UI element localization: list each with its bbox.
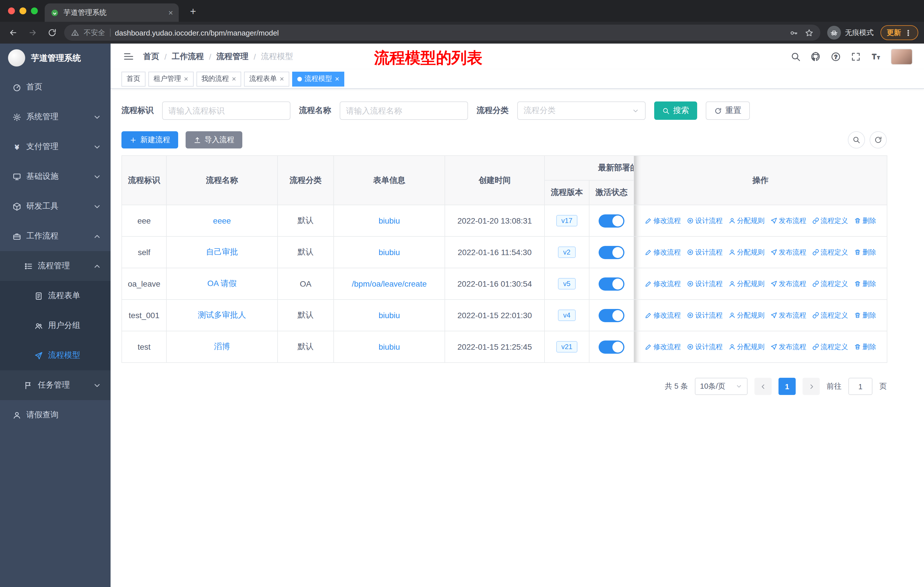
key-icon[interactable]: [789, 28, 798, 37]
user-avatar[interactable]: [891, 48, 912, 64]
form-info-link[interactable]: /bpm/oa/leave/create: [352, 279, 427, 288]
forward-button[interactable]: [25, 25, 40, 40]
action-publish[interactable]: 发布流程: [770, 247, 806, 257]
process-id-input[interactable]: [162, 101, 290, 120]
form-info-link[interactable]: biubiu: [379, 248, 400, 257]
reset-button[interactable]: 重置: [706, 101, 750, 120]
sidebar-item-flow-list[interactable]: 流程管理: [0, 251, 111, 281]
address-bar[interactable]: 不安全 dashboard.yudao.iocoder.cn/bpm/manag…: [64, 25, 820, 41]
action-edit[interactable]: 修改流程: [645, 311, 681, 320]
action-publish[interactable]: 发布流程: [770, 342, 806, 352]
new-tab-button[interactable]: +: [186, 4, 201, 19]
action-assign[interactable]: 分配规则: [728, 311, 764, 320]
process-name-link[interactable]: 滔博: [214, 342, 230, 351]
sidebar-item-gear[interactable]: 系统管理: [0, 102, 111, 132]
action-edit[interactable]: 修改流程: [645, 279, 681, 289]
sidebar-item-send[interactable]: 流程模型: [0, 341, 111, 370]
action-delete[interactable]: 删除: [854, 216, 876, 226]
action-design[interactable]: 设计流程: [686, 216, 723, 226]
update-browser-button[interactable]: 更新: [881, 25, 918, 40]
sidebar-item-workflow[interactable]: 工作流程: [0, 221, 111, 251]
browser-tab[interactable]: 芋道管理系统 ×: [45, 3, 179, 22]
show-search-button[interactable]: [848, 131, 865, 149]
font-size-icon[interactable]: [871, 51, 881, 62]
prev-page-button[interactable]: [754, 378, 772, 395]
process-name-link[interactable]: OA 请假: [207, 279, 237, 288]
fullscreen-icon[interactable]: [851, 51, 861, 62]
sidebar-item-user[interactable]: 请假查询: [0, 400, 111, 430]
form-info-link[interactable]: biubiu: [379, 216, 400, 225]
minimize-window-button[interactable]: [20, 7, 26, 14]
breadcrumb-item[interactable]: 首页: [143, 51, 159, 62]
tag-租户管理[interactable]: 租户管理×: [148, 71, 193, 86]
tag-流程模型[interactable]: 流程模型×: [292, 71, 345, 86]
action-assign[interactable]: 分配规则: [728, 279, 764, 289]
current-page-button[interactable]: 1: [779, 378, 796, 395]
tag-我的流程[interactable]: 我的流程×: [196, 71, 241, 86]
breadcrumb-item[interactable]: 流程管理: [216, 51, 249, 62]
reload-button[interactable]: [45, 25, 59, 40]
tab-close-icon[interactable]: ×: [168, 8, 173, 17]
action-design[interactable]: 设计流程: [686, 342, 723, 352]
active-toggle[interactable]: [599, 277, 624, 290]
action-delete[interactable]: 删除: [854, 311, 876, 320]
action-design[interactable]: 设计流程: [686, 279, 723, 289]
action-link[interactable]: 流程定义: [812, 247, 848, 257]
action-link[interactable]: 流程定义: [812, 279, 848, 289]
active-toggle[interactable]: [599, 340, 624, 354]
logo[interactable]: 芋道管理系统: [0, 43, 111, 72]
sidebar-item-infra[interactable]: 基础设施: [0, 162, 111, 192]
action-link[interactable]: 流程定义: [812, 311, 848, 320]
action-edit[interactable]: 修改流程: [645, 247, 681, 257]
sidebar-item-group[interactable]: 用户分组: [0, 311, 111, 341]
action-assign[interactable]: 分配规则: [728, 342, 764, 352]
sidebar-item-tools[interactable]: 研发工具: [0, 192, 111, 221]
close-icon[interactable]: ×: [232, 75, 236, 83]
goto-page-input[interactable]: [848, 378, 873, 395]
action-publish[interactable]: 发布流程: [770, 311, 806, 320]
sidebar-item-dashboard[interactable]: 首页: [0, 72, 111, 102]
active-toggle[interactable]: [599, 214, 624, 227]
action-delete[interactable]: 删除: [854, 247, 876, 257]
active-toggle[interactable]: [599, 246, 624, 259]
tag-首页[interactable]: 首页: [121, 71, 145, 86]
action-link[interactable]: 流程定义: [812, 342, 848, 352]
sidebar-item-form[interactable]: 流程表单: [0, 281, 111, 311]
back-button[interactable]: [6, 25, 21, 40]
help-icon[interactable]: [831, 51, 841, 62]
action-assign[interactable]: 分配规则: [728, 247, 764, 257]
action-edit[interactable]: 修改流程: [645, 216, 681, 226]
action-publish[interactable]: 发布流程: [770, 216, 806, 226]
import-process-button[interactable]: 导入流程: [186, 131, 242, 149]
sidebar-item-task[interactable]: 任务管理: [0, 370, 111, 400]
action-edit[interactable]: 修改流程: [645, 342, 681, 352]
collapse-sidebar-icon[interactable]: [123, 51, 134, 62]
action-design[interactable]: 设计流程: [686, 247, 723, 257]
browser-menu-icon[interactable]: [904, 29, 912, 36]
close-icon[interactable]: ×: [335, 75, 340, 83]
page-size-select[interactable]: 10条/页: [695, 378, 747, 395]
close-icon[interactable]: ×: [184, 75, 188, 83]
breadcrumb-item[interactable]: 工作流程: [172, 51, 204, 62]
category-select[interactable]: 流程分类: [517, 101, 645, 120]
form-info-link[interactable]: biubiu: [379, 342, 400, 351]
process-name-input[interactable]: [340, 101, 468, 120]
process-name-link[interactable]: eeee: [213, 216, 231, 225]
search-icon[interactable]: [790, 51, 801, 62]
next-page-button[interactable]: [803, 378, 820, 395]
action-assign[interactable]: 分配规则: [728, 216, 764, 226]
close-icon[interactable]: ×: [280, 75, 284, 83]
action-link[interactable]: 流程定义: [812, 216, 848, 226]
refresh-table-button[interactable]: [870, 131, 887, 149]
process-name-link[interactable]: 自己审批: [206, 247, 238, 256]
tag-流程表单[interactable]: 流程表单×: [244, 71, 289, 86]
form-info-link[interactable]: biubiu: [379, 311, 400, 320]
sidebar-item-yen[interactable]: 支付管理: [0, 132, 111, 162]
action-design[interactable]: 设计流程: [686, 311, 723, 320]
create-process-button[interactable]: 新建流程: [121, 131, 178, 149]
action-publish[interactable]: 发布流程: [770, 279, 806, 289]
bookmark-star-icon[interactable]: [805, 28, 813, 37]
active-toggle[interactable]: [599, 309, 624, 322]
action-delete[interactable]: 删除: [854, 279, 876, 289]
process-name-link[interactable]: 测试多审批人: [198, 310, 246, 319]
